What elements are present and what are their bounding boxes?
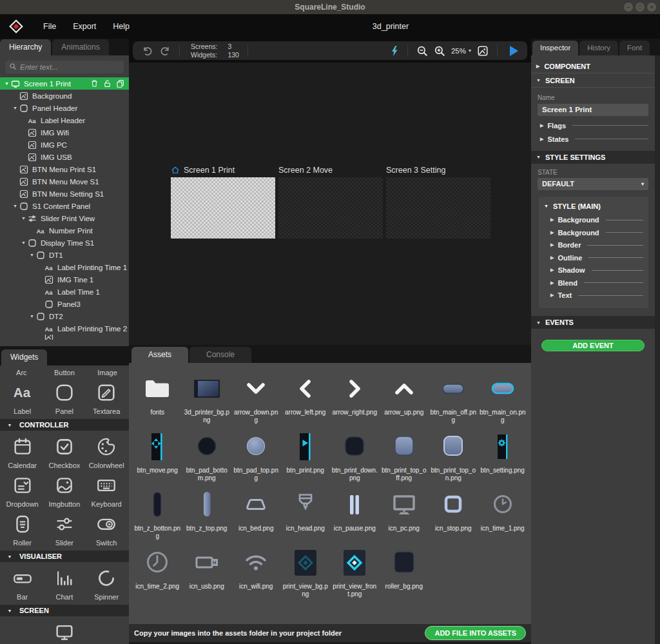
canvas-screen[interactable]: Screen 3 Setting: [386, 164, 490, 239]
asset-item[interactable]: btn_setting.png: [478, 431, 528, 482]
canvas-screen-thumbnail[interactable]: [386, 177, 490, 239]
asset-item[interactable]: arrow_right.png: [330, 373, 380, 424]
tree-item[interactable]: IMG Tine 1: [0, 273, 129, 286]
tree-item[interactable]: IMG PC: [0, 139, 129, 151]
widget-calendar[interactable]: Calendar: [1, 433, 43, 472]
style-row-shadow[interactable]: ▶Shadow: [550, 264, 643, 277]
asset-item[interactable]: btn_pad_top.png: [231, 431, 281, 482]
asset-item[interactable]: btn_print_top_on.png: [429, 431, 478, 482]
tree-expand-arrow[interactable]: ▼: [28, 253, 36, 257]
tree-expand-arrow[interactable]: ▼: [3, 81, 11, 86]
asset-item[interactable]: arrow_down.png: [231, 373, 281, 424]
minimize-button[interactable]: –: [624, 3, 633, 12]
widget-screen[interactable]: Screen: [43, 619, 85, 644]
style-row-background[interactable]: ▶Background: [550, 226, 643, 239]
style-row-background[interactable]: ▶Background: [550, 214, 643, 227]
asset-item[interactable]: roller_bg.png: [380, 547, 429, 598]
tree-item[interactable]: AaNumber Print: [0, 224, 129, 237]
tree-expand-arrow[interactable]: ▼: [11, 106, 19, 110]
close-button[interactable]: ×: [647, 3, 656, 12]
section-component[interactable]: ▶ COMPONENT: [531, 59, 655, 73]
tab-inspector[interactable]: Inspector: [532, 41, 578, 55]
screen-name-field[interactable]: [538, 104, 648, 116]
widgets-section-visualiser[interactable]: ▼VISUALISER: [0, 551, 129, 562]
asset-item[interactable]: btn_move.png: [133, 431, 182, 482]
tree-item[interactable]: Panel3: [0, 298, 129, 310]
tab-hierarchy[interactable]: Hierarchy: [0, 39, 51, 55]
tree-expand-arrow[interactable]: ▼: [11, 204, 19, 208]
add-file-into-assets-button[interactable]: ADD FILE INTO ASSETS: [425, 626, 526, 640]
asset-item[interactable]: btn_pad_bottom.png: [182, 431, 232, 482]
asset-item[interactable]: btn_z_botton.png: [133, 489, 182, 540]
section-style-settings[interactable]: ▼ STYLE SETTINGS: [531, 151, 655, 164]
asset-item[interactable]: btn_print_down.png: [330, 431, 380, 482]
tree-item[interactable]: ▼S1 Content Panel: [0, 200, 129, 212]
asset-item[interactable]: icn_stop.png: [429, 489, 478, 540]
tab-history[interactable]: History: [579, 41, 618, 55]
state-dropdown[interactable]: DEFAULT ▾: [538, 178, 648, 190]
widgets-section-screen[interactable]: ▼SCREEN: [0, 605, 129, 616]
asset-item[interactable]: icn_pause.png: [330, 489, 380, 540]
widget-colorwheel[interactable]: Colorwheel: [86, 433, 128, 472]
play-button[interactable]: [510, 46, 518, 56]
maximize-button[interactable]: □: [636, 3, 645, 12]
tree-item[interactable]: AaLabel Time 1: [0, 286, 129, 298]
tree-item[interactable]: BTN Menu Print S1: [0, 163, 129, 175]
unlock-icon[interactable]: [103, 79, 112, 88]
asset-item[interactable]: btn_z_top.png: [182, 489, 232, 540]
asset-item[interactable]: arrow_up.png: [380, 373, 429, 424]
zoom-level-dropdown[interactable]: 25% ▾: [451, 47, 471, 55]
tree-expand-arrow[interactable]: ▼: [28, 314, 36, 318]
style-row-border[interactable]: ▶Border: [550, 239, 643, 252]
asset-item[interactable]: icn_usb.png: [182, 547, 232, 598]
tab-widgets[interactable]: Widgets: [1, 349, 47, 366]
widget-switch[interactable]: Switch: [86, 511, 128, 549]
asset-item[interactable]: btn_print_top_off.png: [380, 431, 429, 482]
menu-help[interactable]: Help: [104, 22, 138, 31]
asset-item[interactable]: fonts: [133, 373, 182, 424]
tree-item[interactable]: ▼DT1: [0, 249, 129, 261]
asset-item[interactable]: btn_main_on.png: [478, 373, 528, 424]
asset-item[interactable]: 3d_printer_bg.png: [182, 373, 232, 424]
collapse-row-states[interactable]: ▶States: [540, 135, 648, 143]
tree-item[interactable]: [0, 335, 129, 340]
widget-checkbox[interactable]: Checkbox: [43, 433, 85, 472]
tab-assets[interactable]: Assets: [131, 347, 188, 363]
tree-item[interactable]: BTN Menu Move S1: [0, 175, 129, 188]
canvas-screen[interactable]: Screen 1 Print: [171, 164, 275, 239]
duplicate-icon[interactable]: [116, 79, 124, 88]
tree-item[interactable]: ▼Screen 1 Print: [0, 77, 129, 90]
widget-bar[interactable]: Bar: [1, 565, 43, 603]
style-row-outline[interactable]: ▶Outline: [550, 251, 643, 264]
tree-item[interactable]: ▼Slider Print View: [0, 212, 129, 224]
redo-icon[interactable]: [159, 45, 171, 57]
style-main-header[interactable]: ▼ STYLE (MAIN): [543, 200, 645, 214]
tab-animations[interactable]: Animations: [52, 39, 108, 55]
asset-item[interactable]: btn_main_off.png: [429, 373, 478, 424]
asset-item[interactable]: icn_time_2.png: [133, 547, 182, 598]
style-row-blend[interactable]: ▶Blend: [550, 277, 643, 289]
section-screen[interactable]: ▼ SCREEN: [531, 73, 655, 88]
asset-item[interactable]: print_view_bg.png: [281, 547, 331, 598]
widget-textarea[interactable]: Textarea: [86, 379, 128, 418]
asset-item[interactable]: btn_print.png: [281, 431, 331, 482]
tree-item[interactable]: AaLabel Printing Time 1: [0, 261, 129, 273]
asset-item[interactable]: arrow_left.png: [281, 373, 331, 424]
zoom-out-icon[interactable]: [416, 45, 428, 57]
section-events[interactable]: ▼ EVENTS: [531, 316, 655, 329]
widget-panel[interactable]: Panel: [43, 379, 85, 418]
asset-item[interactable]: print_view_front.png: [330, 547, 380, 598]
style-row-text[interactable]: ▶Text: [550, 289, 643, 302]
image-fit-icon[interactable]: [477, 45, 489, 57]
design-canvas[interactable]: Screen 1 PrintScreen 2 MoveScreen 3 Sett…: [129, 63, 531, 345]
menu-export[interactable]: Export: [64, 22, 104, 31]
menu-file[interactable]: File: [35, 22, 64, 31]
canvas-screen[interactable]: Screen 2 Move: [278, 164, 383, 239]
tree-item[interactable]: BTN Menu Setting S1: [0, 188, 129, 200]
tree-item[interactable]: ▼DT2: [0, 310, 129, 322]
widget-spinner[interactable]: Spinner: [86, 565, 128, 603]
asset-item[interactable]: icn_time_1.png: [478, 489, 528, 540]
tree-expand-arrow[interactable]: ▼: [19, 216, 28, 220]
flash-export-icon[interactable]: [390, 45, 399, 57]
widget-roller[interactable]: Roller: [1, 511, 43, 549]
